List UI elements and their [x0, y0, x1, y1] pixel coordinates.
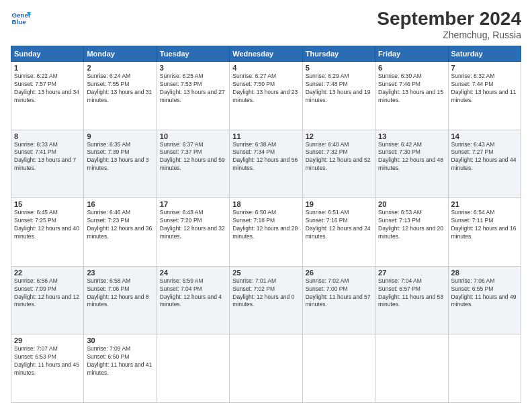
title-block: September 2024 Zhemchug, Russia [377, 8, 521, 40]
header: General Blue September 2024 Zhemchug, Ru… [11, 8, 521, 40]
calendar-week-row: 22 Sunrise: 6:56 AMSunset: 7:09 PMDaylig… [11, 266, 521, 334]
day-info: Sunrise: 6:32 AMSunset: 7:44 PMDaylight:… [451, 73, 517, 103]
calendar-header-cell: Saturday [448, 46, 521, 62]
day-number: 8 [14, 132, 81, 140]
day-info: Sunrise: 6:24 AMSunset: 7:55 PMDaylight:… [87, 73, 152, 103]
calendar-cell [375, 334, 448, 403]
day-info: Sunrise: 7:04 AMSunset: 6:57 PMDaylight:… [378, 277, 443, 308]
day-number: 16 [87, 200, 153, 208]
day-number: 20 [378, 200, 445, 208]
calendar-cell: 1 Sunrise: 6:22 AMSunset: 7:57 PMDayligh… [11, 62, 84, 130]
day-info: Sunrise: 6:33 AMSunset: 7:41 PMDaylight:… [14, 141, 76, 172]
day-number: 7 [451, 64, 518, 72]
calendar-cell: 7 Sunrise: 6:32 AMSunset: 7:44 PMDayligh… [448, 62, 521, 130]
calendar-cell: 29 Sunrise: 7:07 AMSunset: 6:53 PMDaylig… [11, 334, 84, 403]
calendar-cell: 24 Sunrise: 6:59 AMSunset: 7:04 PMDaylig… [157, 266, 229, 334]
calendar-cell: 18 Sunrise: 6:50 AMSunset: 7:18 PMDaylig… [230, 198, 302, 267]
day-number: 12 [306, 132, 372, 140]
day-info: Sunrise: 6:53 AMSunset: 7:13 PMDaylight:… [378, 209, 443, 240]
day-number: 4 [232, 64, 299, 72]
day-number: 13 [378, 132, 445, 140]
page: General Blue September 2024 Zhemchug, Ru… [0, 0, 532, 411]
calendar-body: 1 Sunrise: 6:22 AMSunset: 7:57 PMDayligh… [11, 62, 521, 403]
day-info: Sunrise: 6:37 AMSunset: 7:37 PMDaylight:… [160, 141, 225, 172]
calendar-cell: 10 Sunrise: 6:37 AMSunset: 7:37 PMDaylig… [157, 130, 229, 198]
calendar-cell: 4 Sunrise: 6:27 AMSunset: 7:50 PMDayligh… [230, 62, 302, 130]
day-info: Sunrise: 7:09 AMSunset: 6:50 PMDaylight:… [87, 345, 152, 376]
calendar-cell: 12 Sunrise: 6:40 AMSunset: 7:32 PMDaylig… [302, 130, 375, 198]
day-info: Sunrise: 6:22 AMSunset: 7:57 PMDaylight:… [14, 73, 79, 103]
day-info: Sunrise: 7:06 AMSunset: 6:55 PMDaylight:… [451, 277, 517, 308]
calendar-cell: 2 Sunrise: 6:24 AMSunset: 7:55 PMDayligh… [84, 62, 157, 130]
calendar-cell: 17 Sunrise: 6:48 AMSunset: 7:20 PMDaylig… [157, 198, 229, 267]
logo-icon: General Blue [11, 8, 31, 28]
day-number: 17 [160, 200, 226, 208]
day-info: Sunrise: 6:50 AMSunset: 7:18 PMDaylight:… [232, 209, 298, 240]
day-number: 21 [451, 200, 518, 208]
calendar-header-cell: Friday [375, 46, 448, 62]
day-number: 29 [14, 336, 81, 345]
calendar-week-row: 15 Sunrise: 6:45 AMSunset: 7:25 PMDaylig… [11, 198, 521, 267]
day-number: 5 [306, 64, 372, 72]
calendar-cell: 27 Sunrise: 7:04 AMSunset: 6:57 PMDaylig… [375, 266, 448, 334]
calendar-cell [448, 334, 521, 403]
calendar-header-cell: Tuesday [157, 46, 229, 62]
calendar-cell: 6 Sunrise: 6:30 AMSunset: 7:46 PMDayligh… [375, 62, 448, 130]
calendar-cell: 15 Sunrise: 6:45 AMSunset: 7:25 PMDaylig… [11, 198, 84, 267]
calendar-header-cell: Monday [84, 46, 157, 62]
day-number: 23 [87, 269, 153, 277]
day-number: 19 [306, 200, 372, 208]
calendar-cell [230, 334, 302, 403]
day-number: 9 [87, 132, 153, 140]
day-info: Sunrise: 6:56 AMSunset: 7:09 PMDaylight:… [14, 277, 79, 308]
day-info: Sunrise: 6:42 AMSunset: 7:30 PMDaylight:… [378, 141, 443, 172]
calendar-cell: 14 Sunrise: 6:43 AMSunset: 7:27 PMDaylig… [448, 130, 521, 198]
calendar-cell: 3 Sunrise: 6:25 AMSunset: 7:53 PMDayligh… [157, 62, 229, 130]
svg-text:Blue: Blue [12, 18, 27, 26]
calendar-cell: 11 Sunrise: 6:38 AMSunset: 7:34 PMDaylig… [230, 130, 302, 198]
day-number: 11 [232, 132, 299, 140]
calendar-cell: 28 Sunrise: 7:06 AMSunset: 6:55 PMDaylig… [448, 266, 521, 334]
calendar-header-cell: Wednesday [230, 46, 302, 62]
calendar-cell: 21 Sunrise: 6:54 AMSunset: 7:11 PMDaylig… [448, 198, 521, 267]
logo: General Blue [11, 8, 31, 28]
calendar-header-cell: Sunday [11, 46, 84, 62]
day-info: Sunrise: 6:27 AMSunset: 7:50 PMDaylight:… [232, 73, 298, 103]
day-number: 30 [87, 336, 153, 345]
day-number: 10 [160, 132, 226, 140]
calendar-cell: 9 Sunrise: 6:35 AMSunset: 7:39 PMDayligh… [84, 130, 157, 198]
calendar-header-cell: Thursday [302, 46, 375, 62]
calendar-table: SundayMondayTuesdayWednesdayThursdayFrid… [11, 46, 521, 403]
day-info: Sunrise: 6:29 AMSunset: 7:48 PMDaylight:… [306, 73, 371, 103]
day-number: 3 [160, 64, 226, 72]
calendar-week-row: 1 Sunrise: 6:22 AMSunset: 7:57 PMDayligh… [11, 62, 521, 130]
day-info: Sunrise: 6:45 AMSunset: 7:25 PMDaylight:… [14, 209, 79, 240]
calendar-cell: 25 Sunrise: 7:01 AMSunset: 7:02 PMDaylig… [230, 266, 302, 334]
calendar-week-row: 8 Sunrise: 6:33 AMSunset: 7:41 PMDayligh… [11, 130, 521, 198]
day-info: Sunrise: 7:07 AMSunset: 6:53 PMDaylight:… [14, 345, 79, 376]
calendar-cell: 26 Sunrise: 7:02 AMSunset: 7:00 PMDaylig… [302, 266, 375, 334]
main-title: September 2024 [377, 8, 521, 30]
calendar-cell: 13 Sunrise: 6:42 AMSunset: 7:30 PMDaylig… [375, 130, 448, 198]
day-number: 14 [451, 132, 518, 140]
calendar-cell [302, 334, 375, 403]
day-number: 25 [232, 269, 299, 277]
calendar-cell: 30 Sunrise: 7:09 AMSunset: 6:50 PMDaylig… [84, 334, 157, 403]
day-number: 24 [160, 269, 226, 277]
subtitle: Zhemchug, Russia [377, 30, 521, 40]
day-number: 2 [87, 64, 153, 72]
day-number: 28 [451, 269, 518, 277]
calendar-cell: 22 Sunrise: 6:56 AMSunset: 7:09 PMDaylig… [11, 266, 84, 334]
day-info: Sunrise: 6:35 AMSunset: 7:39 PMDaylight:… [87, 141, 148, 172]
calendar-cell [157, 334, 229, 403]
day-info: Sunrise: 6:46 AMSunset: 7:23 PMDaylight:… [87, 209, 152, 240]
calendar-cell: 5 Sunrise: 6:29 AMSunset: 7:48 PMDayligh… [302, 62, 375, 130]
calendar-header-row: SundayMondayTuesdayWednesdayThursdayFrid… [11, 46, 521, 62]
day-info: Sunrise: 6:48 AMSunset: 7:20 PMDaylight:… [160, 209, 225, 240]
day-number: 27 [378, 269, 445, 277]
calendar-cell: 20 Sunrise: 6:53 AMSunset: 7:13 PMDaylig… [375, 198, 448, 267]
calendar-cell: 16 Sunrise: 6:46 AMSunset: 7:23 PMDaylig… [84, 198, 157, 267]
day-info: Sunrise: 6:59 AMSunset: 7:04 PMDaylight:… [160, 277, 222, 308]
day-info: Sunrise: 6:30 AMSunset: 7:46 PMDaylight:… [378, 73, 443, 103]
day-number: 15 [14, 200, 81, 208]
